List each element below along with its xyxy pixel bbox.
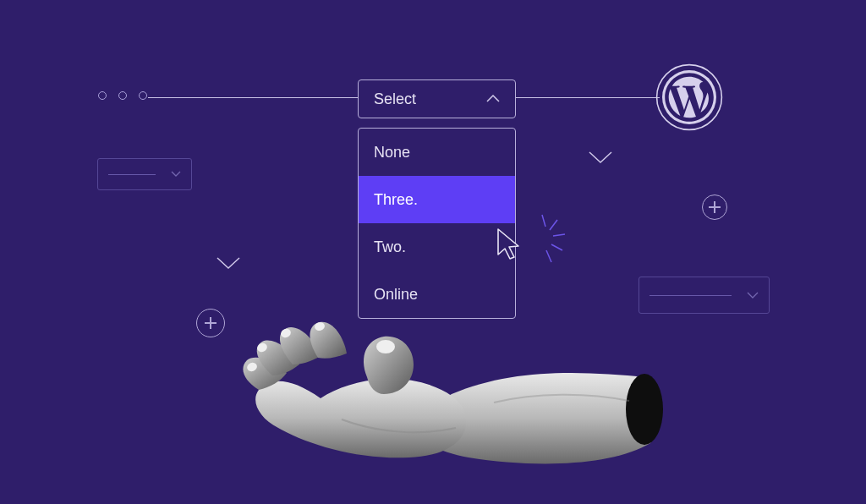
ghost-placeholder-line bbox=[108, 174, 156, 175]
ghost-dropdown-small bbox=[97, 158, 192, 190]
option-label-none: None bbox=[374, 144, 410, 162]
ellipsis-icon bbox=[98, 91, 147, 100]
chevron-down-icon bbox=[747, 292, 759, 299]
svg-line-4 bbox=[553, 234, 565, 236]
svg-line-6 bbox=[546, 250, 551, 262]
plus-icon bbox=[196, 309, 225, 337]
chevron-down-icon bbox=[216, 256, 241, 271]
svg-line-5 bbox=[551, 244, 562, 250]
svg-line-2 bbox=[542, 215, 545, 227]
svg-point-7 bbox=[626, 374, 663, 445]
chevron-down-icon bbox=[171, 171, 181, 178]
connector-line-left bbox=[148, 97, 358, 98]
wordpress-icon bbox=[655, 63, 723, 131]
hand-image bbox=[240, 318, 663, 487]
select-dropdown: None Three. Two. Online bbox=[358, 128, 516, 319]
illustration-canvas: Select None Three. Two. Online bbox=[0, 0, 866, 504]
chevron-down-icon bbox=[588, 151, 613, 166]
select-label: Select bbox=[374, 90, 416, 108]
ghost-placeholder-line bbox=[650, 295, 732, 296]
ghost-dropdown-large bbox=[639, 277, 770, 314]
plus-icon bbox=[702, 194, 727, 220]
cursor-icon bbox=[496, 227, 524, 261]
select-trigger[interactable]: Select bbox=[358, 79, 516, 118]
svg-line-3 bbox=[550, 220, 557, 230]
chevron-up-icon bbox=[486, 95, 500, 103]
connector-line-right bbox=[516, 97, 660, 98]
select-option-three[interactable]: Three. bbox=[359, 176, 515, 223]
select-option-none[interactable]: None bbox=[359, 129, 515, 176]
select-option-two[interactable]: Two. bbox=[359, 223, 515, 271]
option-label-two: Two. bbox=[374, 238, 406, 256]
svg-point-8 bbox=[376, 340, 395, 353]
select-option-online[interactable]: Online bbox=[359, 271, 515, 318]
option-label-three: Three. bbox=[374, 191, 418, 209]
option-label-online: Online bbox=[374, 286, 418, 304]
